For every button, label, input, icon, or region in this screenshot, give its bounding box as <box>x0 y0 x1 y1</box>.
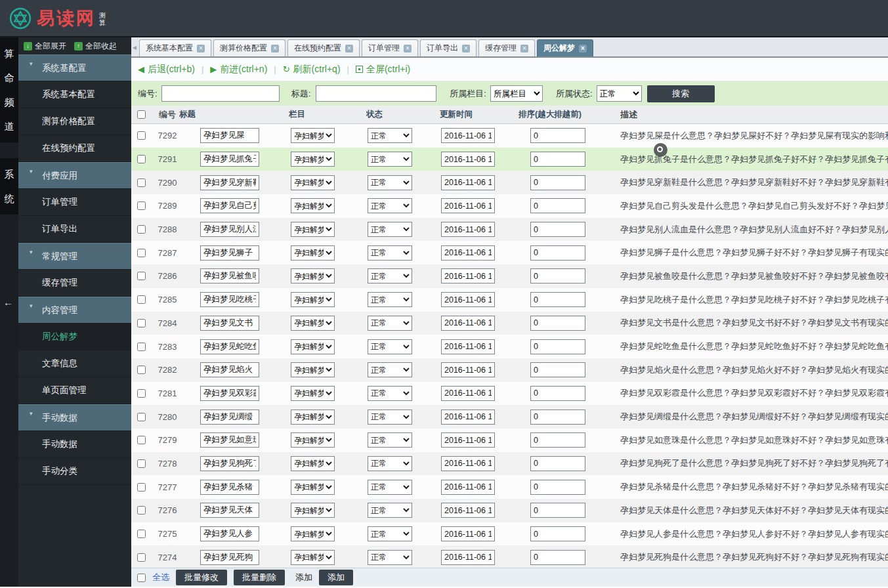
row-sort-input[interactable] <box>530 128 585 143</box>
row-title-input[interactable] <box>200 456 259 471</box>
row-column-select[interactable]: 孕妇解梦 <box>291 432 335 448</box>
row-status-select[interactable]: 正常 <box>368 128 412 143</box>
row-column-select[interactable]: 孕妇解梦 <box>291 316 335 331</box>
row-checkbox[interactable] <box>137 436 146 444</box>
tab-close-icon[interactable]: × <box>197 45 205 52</box>
tab-close-icon[interactable]: × <box>271 45 279 52</box>
row-updated-input[interactable] <box>441 245 495 261</box>
select-all-link[interactable]: 全选 <box>152 572 169 583</box>
row-updated-input[interactable] <box>441 128 495 143</box>
row-status-select[interactable]: 正常 <box>368 292 412 307</box>
sidebar-item[interactable]: 订单导出 <box>18 216 131 243</box>
row-column-select[interactable]: 孕妇解梦 <box>291 222 335 237</box>
row-column-select[interactable]: 孕妇解梦 <box>291 503 335 518</box>
row-title-input[interactable] <box>200 175 259 190</box>
row-status-select[interactable]: 正常 <box>368 432 412 448</box>
row-status-select[interactable]: 正常 <box>368 222 412 237</box>
row-checkbox[interactable] <box>137 201 146 210</box>
row-checkbox[interactable] <box>137 225 146 234</box>
row-column-select[interactable]: 孕妇解梦 <box>291 175 335 190</box>
row-status-select[interactable]: 正常 <box>368 503 412 518</box>
expand-all-button[interactable]: ↓ 全部展开 <box>24 41 66 52</box>
row-status-select[interactable]: 正常 <box>368 339 412 354</box>
sidebar-group-header[interactable]: ▾常规管理 <box>18 243 131 270</box>
collapse-all-button[interactable]: ↑ 全部收起 <box>74 41 117 52</box>
tab[interactable]: 订单管理× <box>362 39 418 56</box>
row-checkbox[interactable] <box>137 553 146 562</box>
row-title-input[interactable] <box>200 526 259 541</box>
row-title-input[interactable] <box>200 128 259 143</box>
row-checkbox[interactable] <box>137 272 146 280</box>
row-sort-input[interactable] <box>530 268 585 284</box>
tab-close-icon[interactable]: × <box>345 45 353 52</box>
sidebar-item[interactable]: 测算价格配置 <box>18 108 131 135</box>
tab-close-icon[interactable]: × <box>520 45 528 52</box>
row-status-select[interactable]: 正常 <box>368 550 412 565</box>
row-updated-input[interactable] <box>441 198 495 213</box>
search-button[interactable]: 搜索 <box>647 85 715 102</box>
row-sort-input[interactable] <box>530 456 585 471</box>
row-title-input[interactable] <box>200 152 259 167</box>
row-checkbox[interactable] <box>137 530 146 538</box>
filter-title-input[interactable] <box>316 85 436 102</box>
row-updated-input[interactable] <box>441 222 495 237</box>
row-status-select[interactable]: 正常 <box>368 386 412 401</box>
sidebar-item[interactable]: 缓存管理 <box>18 270 131 297</box>
row-sort-input[interactable] <box>530 175 585 190</box>
row-title-input[interactable] <box>200 386 259 401</box>
toolbar-back-button[interactable]: ◀后退(ctrl+b) <box>138 64 195 75</box>
toolbar-fullscreen-button[interactable]: 全屏(ctrl+i) <box>356 64 410 75</box>
row-status-select[interactable]: 正常 <box>368 456 412 471</box>
row-updated-input[interactable] <box>441 410 495 425</box>
row-sort-input[interactable] <box>530 339 585 354</box>
row-column-select[interactable]: 孕妇解梦 <box>291 128 335 143</box>
filter-column-select[interactable]: 所属栏目 <box>490 85 543 102</box>
row-status-select[interactable]: 正常 <box>368 480 412 495</box>
row-sort-input[interactable] <box>530 222 585 237</box>
row-checkbox[interactable] <box>137 131 146 140</box>
batch-edit-button[interactable]: 批量修改 <box>176 570 227 585</box>
sidebar-item[interactable]: 在线预约配置 <box>18 135 131 162</box>
row-status-select[interactable]: 正常 <box>368 245 412 261</box>
row-updated-input[interactable] <box>441 526 495 541</box>
row-checkbox[interactable] <box>137 413 146 421</box>
filter-status-select[interactable]: 正常 <box>597 85 642 102</box>
filter-id-input[interactable] <box>161 85 280 102</box>
row-sort-input[interactable] <box>530 152 585 167</box>
row-column-select[interactable]: 孕妇解梦 <box>291 410 335 425</box>
row-sort-input[interactable] <box>530 526 585 541</box>
sidebar-item[interactable]: 系统基本配置 <box>18 81 131 108</box>
toolbar-refresh-button[interactable]: ↻刷新(ctrl+q) <box>283 64 341 75</box>
row-column-select[interactable]: 孕妇解梦 <box>291 456 335 471</box>
row-checkbox[interactable] <box>137 319 146 327</box>
row-sort-input[interactable] <box>530 550 585 565</box>
row-updated-input[interactable] <box>441 152 495 167</box>
row-sort-input[interactable] <box>530 432 585 448</box>
sidebar-item[interactable]: 文章信息 <box>18 350 131 377</box>
row-checkbox[interactable] <box>137 249 146 257</box>
row-title-input[interactable] <box>200 339 259 354</box>
row-sort-input[interactable] <box>530 410 585 425</box>
header-select-all-checkbox[interactable] <box>137 110 146 119</box>
tab-active[interactable]: 周公解梦× <box>537 39 593 56</box>
row-title-input[interactable] <box>200 362 259 377</box>
row-column-select[interactable]: 孕妇解梦 <box>291 292 335 307</box>
row-sort-input[interactable] <box>530 245 585 261</box>
row-sort-input[interactable] <box>530 198 585 213</box>
row-updated-input[interactable] <box>441 550 495 565</box>
sidebar-item[interactable]: 手动分类 <box>18 458 131 485</box>
row-title-input[interactable] <box>200 245 259 261</box>
row-updated-input[interactable] <box>441 175 495 190</box>
row-status-select[interactable]: 正常 <box>368 526 412 541</box>
row-checkbox[interactable] <box>137 343 146 351</box>
row-title-input[interactable] <box>200 316 259 331</box>
row-column-select[interactable]: 孕妇解梦 <box>291 245 335 261</box>
row-title-input[interactable] <box>200 550 259 565</box>
row-checkbox[interactable] <box>137 155 146 163</box>
row-updated-input[interactable] <box>441 316 495 331</box>
sidebar-group-header[interactable]: ▾手动数据 <box>18 404 131 431</box>
tab[interactable]: 订单导出× <box>420 39 476 56</box>
row-sort-input[interactable] <box>530 503 585 518</box>
row-sort-input[interactable] <box>530 316 585 331</box>
row-status-select[interactable]: 正常 <box>368 198 412 213</box>
